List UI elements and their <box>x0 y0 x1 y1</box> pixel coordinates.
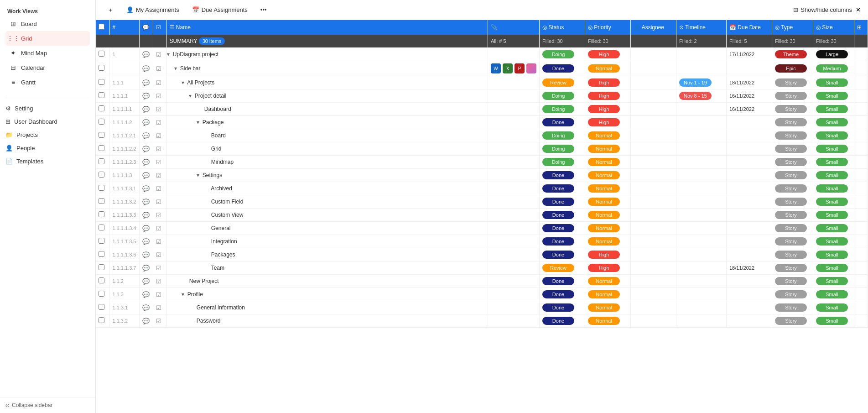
row-status-cell[interactable]: Done <box>540 169 585 182</box>
type-badge[interactable]: Story <box>775 264 807 272</box>
row-check-cell[interactable]: ☑ <box>153 129 166 142</box>
row-checkbox-cell[interactable] <box>96 275 109 288</box>
row-check-cell[interactable]: ☑ <box>153 261 166 275</box>
row-check-cell[interactable]: ☑ <box>153 48 166 61</box>
row-size-cell[interactable]: Medium <box>813 61 854 76</box>
priority-badge[interactable]: Normal <box>588 158 620 166</box>
sidebar-item-grid[interactable]: ⋮⋮Grid <box>5 31 90 46</box>
collapse-sidebar-button[interactable]: ‹‹ Collapse sidebar <box>5 402 90 408</box>
row-comment-cell[interactable]: 💬 <box>139 61 153 76</box>
row-type-cell[interactable]: Story <box>772 248 813 261</box>
row-assignee-cell[interactable] <box>631 116 676 129</box>
row-name-cell[interactable]: ▾ Profile <box>166 288 488 301</box>
row-status-cell[interactable]: Done <box>540 61 585 76</box>
show-hide-columns-button[interactable]: ⊟ Show/hide columns <box>793 6 852 13</box>
type-badge[interactable]: Story <box>775 118 807 126</box>
row-assignee-cell[interactable] <box>631 182 676 195</box>
row-checkbox[interactable] <box>99 304 104 310</box>
row-status-cell[interactable]: Doing <box>540 156 585 169</box>
type-badge[interactable]: Story <box>775 303 807 312</box>
comment-icon[interactable]: 💬 <box>142 132 150 139</box>
row-timeline-cell[interactable] <box>676 235 727 248</box>
status-badge[interactable]: Doing <box>542 105 574 113</box>
row-checkbox-cell[interactable] <box>96 169 109 182</box>
row-timeline-cell[interactable] <box>676 288 727 301</box>
row-size-cell[interactable]: Small <box>813 261 854 275</box>
priority-badge[interactable]: Normal <box>588 184 620 193</box>
priority-badge[interactable]: Normal <box>588 303 620 312</box>
row-status-cell[interactable]: Done <box>540 209 585 222</box>
row-type-cell[interactable]: Epic <box>772 61 813 76</box>
row-check-cell[interactable]: ☑ <box>153 275 166 288</box>
row-priority-cell[interactable]: Normal <box>585 169 631 182</box>
row-size-cell[interactable]: Small <box>813 89 854 103</box>
row-check-cell[interactable]: ☑ <box>153 156 166 169</box>
status-badge[interactable]: Doing <box>542 131 574 140</box>
row-checkbox-cell[interactable] <box>96 142 109 156</box>
size-badge[interactable]: Small <box>816 251 848 259</box>
row-status-cell[interactable]: Done <box>540 301 585 314</box>
row-checkbox[interactable] <box>99 92 104 98</box>
row-status-cell[interactable]: Review <box>540 261 585 275</box>
row-priority-cell[interactable]: High <box>585 248 631 261</box>
priority-badge[interactable]: Normal <box>588 237 620 246</box>
type-badge[interactable]: Story <box>775 224 807 232</box>
priority-badge[interactable]: High <box>588 92 620 100</box>
row-priority-cell[interactable]: Normal <box>585 142 631 156</box>
row-checkbox-cell[interactable] <box>96 116 109 129</box>
status-badge[interactable]: Doing <box>542 158 574 166</box>
row-type-cell[interactable]: Story <box>772 209 813 222</box>
row-name-cell[interactable]: Password <box>166 314 488 328</box>
status-badge[interactable]: Done <box>542 64 574 73</box>
my-assignments-button[interactable]: 👤 My Assignments <box>122 4 184 16</box>
comment-icon[interactable]: 💬 <box>142 185 150 192</box>
row-assignee-cell[interactable] <box>631 275 676 288</box>
row-name-cell[interactable]: Mindmap <box>166 156 488 169</box>
row-checkbox[interactable] <box>99 51 104 57</box>
row-size-cell[interactable]: Small <box>813 142 854 156</box>
priority-badge[interactable]: Normal <box>588 224 620 232</box>
status-badge[interactable]: Doing <box>542 145 574 153</box>
task-check-icon[interactable]: ☑ <box>156 79 161 86</box>
size-badge[interactable]: Small <box>816 237 848 246</box>
row-timeline-cell[interactable] <box>676 116 727 129</box>
row-name-cell[interactable]: Custom Field <box>166 195 488 209</box>
row-check-cell[interactable]: ☑ <box>153 195 166 209</box>
row-timeline-cell[interactable] <box>676 169 727 182</box>
size-badge[interactable]: Small <box>816 264 848 272</box>
row-type-cell[interactable]: Story <box>772 116 813 129</box>
row-checkbox[interactable] <box>99 264 104 270</box>
row-priority-cell[interactable]: High <box>585 103 631 116</box>
row-comment-cell[interactable]: 💬 <box>139 209 153 222</box>
collapse-arrow[interactable]: ▾ <box>197 172 199 178</box>
row-comment-cell[interactable]: 💬 <box>139 48 153 61</box>
task-check-icon[interactable]: ☑ <box>156 132 161 139</box>
row-priority-cell[interactable]: Normal <box>585 301 631 314</box>
row-timeline-cell[interactable] <box>676 48 727 61</box>
row-checkbox-cell[interactable] <box>96 89 109 103</box>
row-status-cell[interactable]: Done <box>540 235 585 248</box>
size-badge[interactable]: Small <box>816 224 848 232</box>
row-size-cell[interactable]: Small <box>813 169 854 182</box>
row-check-cell[interactable]: ☑ <box>153 76 166 89</box>
row-comment-cell[interactable]: 💬 <box>139 301 153 314</box>
row-timeline-cell[interactable] <box>676 209 727 222</box>
task-check-icon[interactable]: ☑ <box>156 238 161 245</box>
row-size-cell[interactable]: Small <box>813 248 854 261</box>
row-checkbox-cell[interactable] <box>96 103 109 116</box>
row-comment-cell[interactable]: 💬 <box>139 261 153 275</box>
row-timeline-cell[interactable] <box>676 182 727 195</box>
row-checkbox-cell[interactable] <box>96 48 109 61</box>
row-type-cell[interactable]: Story <box>772 314 813 328</box>
row-comment-cell[interactable]: 💬 <box>139 116 153 129</box>
type-badge[interactable]: Story <box>775 317 807 325</box>
row-size-cell[interactable]: Small <box>813 275 854 288</box>
row-status-cell[interactable]: Doing <box>540 89 585 103</box>
size-badge[interactable]: Small <box>816 198 848 206</box>
row-comment-cell[interactable]: 💬 <box>139 288 153 301</box>
row-size-cell[interactable]: Small <box>813 76 854 89</box>
comment-icon[interactable]: 💬 <box>142 65 150 72</box>
row-type-cell[interactable]: Story <box>772 142 813 156</box>
row-comment-cell[interactable]: 💬 <box>139 222 153 235</box>
comment-icon[interactable]: 💬 <box>142 199 150 205</box>
